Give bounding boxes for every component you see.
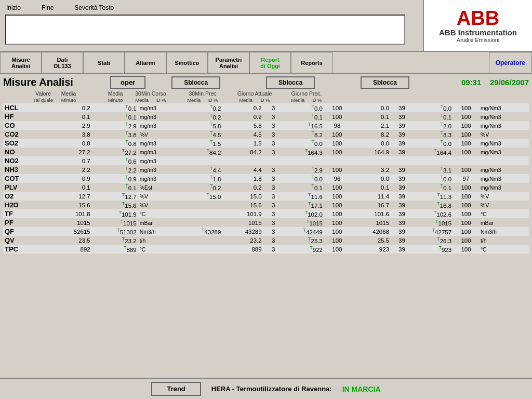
- sblocca-btn-3[interactable]: Sblocca: [361, 76, 409, 89]
- table-row: CO23.8T3.8%VT4.54.53T8.21008.239T8.3100%…: [3, 130, 529, 139]
- header: Inizio Fine Severità Testo ABB ABB Instr…: [0, 0, 532, 52]
- time-display: 09:31: [461, 78, 481, 87]
- sblocca-btn-1[interactable]: Sblocca: [171, 76, 220, 89]
- table-row: PLV0.1T0.1%EstT0.20.23T0.11000.139T0.110…: [3, 183, 529, 192]
- table-row: O212.7T12.7%VT15.015.03T11.610011.439T11…: [3, 192, 529, 201]
- table-row: NH32.2T2.2mg/m3T4.44.43T2.91003.239T3.11…: [3, 165, 529, 174]
- abb-line2: Analisi Emissioni: [457, 37, 500, 43]
- nav-tabs: MisureAnalisi DatiDL133 Stati Allarmi Si…: [0, 52, 532, 74]
- table-row: HF0.1T0.1mg/m3T0.20.23T0.11000.139T0.110…: [3, 112, 529, 121]
- footer-status: IN MARCIA: [342, 385, 381, 393]
- tab-stati[interactable]: Stati: [83, 52, 125, 73]
- table-row: CO2.9T2.9mg/m3T5.85.83T16.5982.139T2.010…: [3, 121, 529, 130]
- content-area: Misure Analisi oper Sblocca Sblocca Sblo…: [0, 74, 532, 256]
- footer: Trend HERA - Termoutilizzatore di Ravenn…: [0, 378, 532, 399]
- table-row: COT0.9T0.9mg/m3T1.81.83T0.0960.039T0.097…: [3, 174, 529, 183]
- tab-operatore[interactable]: Operatore: [489, 52, 532, 73]
- header-logo: ABB ABB Instrumentation Analisi Emission…: [423, 0, 532, 51]
- tab-reports[interactable]: Reports: [291, 52, 332, 73]
- field-inizio-label: Inizio: [6, 4, 21, 11]
- analysis-table: HCL0.2T0.1mg/m3T0.20.23T0.01000.039T0.01…: [3, 103, 529, 254]
- header-left: Inizio Fine Severità Testo: [0, 0, 423, 51]
- abb-line1: ABB Instrumentation: [439, 28, 517, 37]
- tab-sinottico[interactable]: Sinottico: [166, 52, 208, 73]
- table-row: NO27.2T27.2mg/m3T84.284.23T164.3100164.9…: [3, 148, 529, 156]
- table-row: PF1015T1015mBar10153T1015100101539T10151…: [3, 218, 529, 227]
- tab-report-di-oggi[interactable]: Reportdi Oggi: [249, 52, 291, 73]
- table-row: QF52615T51302Nm3/hT43289432893T424491004…: [3, 227, 529, 236]
- tab-misure-analisi[interactable]: MisureAnalisi: [0, 52, 42, 73]
- header-textarea[interactable]: [5, 15, 405, 45]
- sblocca-btn-2[interactable]: Sblocca: [266, 76, 315, 89]
- table-row: TPC892T889°C8893T92210092339T923100°C: [3, 245, 529, 254]
- table-row: NO20.7T0.6mg/m3: [3, 156, 529, 165]
- table-row: SO20.8T0.8mg/m3T1.51.53T0.01000.039T0.01…: [3, 139, 529, 148]
- table-row: HCL0.2T0.1mg/m3T0.20.23T0.01000.039T0.01…: [3, 103, 529, 112]
- tab-allarmi[interactable]: Allarmi: [125, 52, 166, 73]
- page-title: Misure Analisi: [3, 76, 107, 88]
- field-fine-label: Fine: [42, 4, 54, 11]
- tab-parametri-analisi[interactable]: ParametriAnalisi: [208, 52, 249, 73]
- footer-text: HERA - Termoutilizzatore di Ravenna:: [211, 385, 332, 393]
- trend-button[interactable]: Trend: [151, 382, 201, 396]
- tab-dati-dl133[interactable]: DatiDL133: [42, 52, 83, 73]
- field-severita-label: Severità Testo: [74, 4, 114, 11]
- table-row: TF101.8T101.9°C101.93T102.0100101.639T10…: [3, 209, 529, 218]
- abb-brand: ABB: [457, 8, 499, 28]
- table-row: QV23.5T23.2t/h23.23T25.310025.539T26.310…: [3, 236, 529, 245]
- oper-button[interactable]: oper: [110, 76, 145, 89]
- datetime-display: 09:31 29/06/2007: [435, 78, 529, 87]
- date-display: 29/06/2007: [490, 78, 529, 87]
- table-row: H2O15.6T15.6%V15.63T17.110016.739T16.810…: [3, 201, 529, 209]
